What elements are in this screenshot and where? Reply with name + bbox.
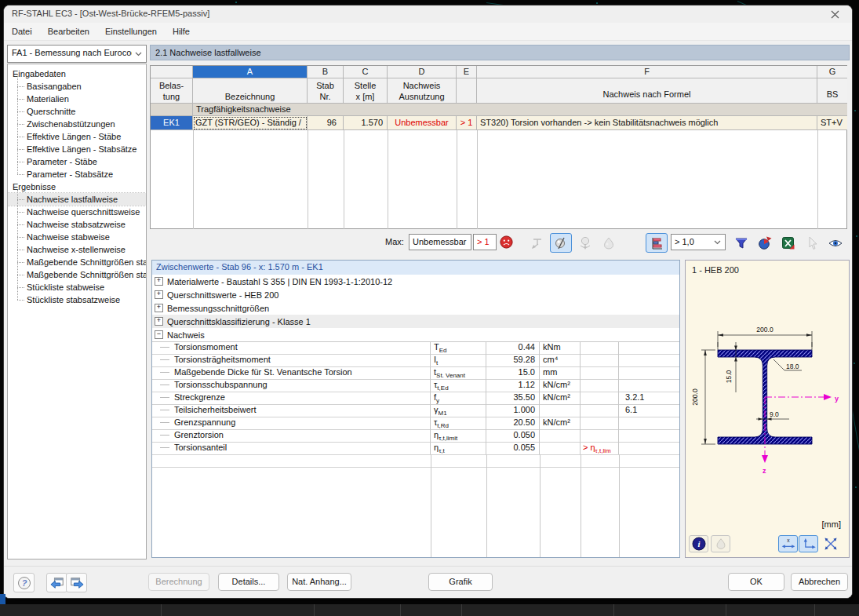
tree-item-nachweise-stabweise[interactable]: Nachweise stabweise — [8, 231, 146, 243]
menu-datei[interactable]: Datei — [4, 23, 40, 40]
row-stelle-cell[interactable]: 1.570 — [344, 116, 388, 130]
tree-item-parameter-staebe[interactable]: Parameter - Stäbe — [8, 155, 146, 168]
abbrechen-button[interactable]: Abbrechen — [791, 573, 848, 591]
menu-bearbeiten[interactable]: Bearbeiten — [40, 23, 97, 40]
value-row-streckgrenze[interactable]: Streckgrenze fy 35.50 kN/cm² 3.2.1 — [152, 392, 679, 405]
tree-item-stueckliste-stabsatzweise[interactable]: Stückliste stabsatzweise — [8, 293, 146, 306]
group-bemessungsschnittgroessen[interactable]: + Bemessungsschnittgrößen — [152, 301, 679, 315]
column-letter-g[interactable]: G — [817, 66, 847, 78]
dimensions-toggle-button[interactable]: x — [778, 535, 798, 552]
zoom-extents-button[interactable] — [821, 535, 840, 552]
cross-section-title: 1 - HEB 200 — [692, 265, 739, 275]
tree-item-querschnitte[interactable]: Querschnitte — [8, 105, 146, 118]
table-corner-cell[interactable] — [151, 66, 193, 78]
row-formel-cell[interactable]: ST320) Torsion vorhanden -> kein Stabili… — [477, 116, 817, 130]
nat-anhang-button[interactable]: Nat. Anhang... — [287, 573, 351, 591]
value-row-massgebende-dicke[interactable]: Maßgebende Dicke für St. Venantsche Tors… — [152, 366, 679, 380]
excel-export-button[interactable] — [777, 233, 799, 253]
next-module-button[interactable] — [66, 573, 87, 592]
axes-toggle-button[interactable] — [799, 535, 818, 552]
ok-button[interactable]: OK — [728, 573, 784, 591]
column-letter-f[interactable]: F — [477, 66, 817, 78]
group-querschnittswerte[interactable]: + Querschnittswerte - HEB 200 — [152, 288, 679, 302]
tree-item-nachweise-querschnittsweise[interactable]: Nachweise querschnittsweise — [8, 206, 146, 218]
backdrop-speck — [855, 487, 857, 488]
grid-line — [540, 454, 541, 557]
section-info-button[interactable]: i — [689, 535, 708, 552]
tree-item-nachweise-lastfallweise[interactable]: Nachweise lastfallweise — [8, 193, 146, 206]
grid-line — [152, 467, 679, 468]
previous-module-button[interactable] — [46, 573, 67, 592]
value-row-torsionsmoment[interactable]: Torsionsmoment TEd 0.44 kNm — [152, 341, 679, 355]
group-materialwerte[interactable]: + Materialwerte - Baustahl S 355 | DIN E… — [152, 275, 679, 289]
close-button[interactable] — [817, 5, 852, 23]
tree-item-stueckliste-stabweise[interactable]: Stückliste stabweise — [8, 281, 146, 293]
row-load-case-ek1[interactable]: EK1 — [151, 116, 193, 130]
header-belastung[interactable]: Belas- tung — [151, 78, 193, 104]
grid-line — [817, 130, 818, 229]
header-nachweis-nach-formel[interactable]: Nachweis nach Formel — [477, 78, 817, 104]
header-bezeichnung[interactable]: Bezeichnung — [193, 78, 308, 104]
result-toolbar: Max: Unbemessbar > 1 — [150, 231, 846, 255]
collapse-icon[interactable]: − — [155, 330, 163, 339]
section-droplet-button — [711, 535, 730, 552]
header-stab-nr[interactable]: Stab Nr. — [308, 78, 344, 104]
group-nachweis[interactable]: − Nachweis — [152, 328, 679, 342]
tree-item-ergebnisse[interactable]: Ergebnisse — [8, 180, 146, 193]
design-case-selector[interactable]: FA1 - Bemessung nach Eurocod — [7, 45, 147, 63]
row-stab-nr-cell[interactable]: 96 — [308, 116, 344, 130]
tree-item-basisangaben[interactable]: Basisangaben — [8, 80, 146, 93]
menu-einstellungen[interactable]: Einstellungen — [97, 23, 165, 40]
row-nachweis-cell[interactable]: Unbemessbar — [388, 116, 457, 130]
dim-height: 200.0 — [691, 388, 699, 406]
tree-item-massgebende-schnittgroessen-1[interactable]: Maßgebende Schnittgrößen sta — [8, 256, 146, 268]
result-chart-button[interactable] — [754, 233, 776, 253]
column-letter-a[interactable]: A — [193, 66, 308, 78]
help-button[interactable]: ? — [13, 573, 35, 592]
group-querschnittsklassifizierung[interactable]: + Querschnittsklassifizierung - Klasse 1 — [152, 315, 679, 329]
header-stelle[interactable]: Stelle x [m] — [344, 78, 388, 104]
expand-icon[interactable]: + — [155, 290, 163, 299]
axis-z-label: z — [763, 467, 766, 475]
column-letter-d[interactable]: D — [388, 66, 457, 78]
tree-item-eingabedaten[interactable]: Eingabedaten — [8, 67, 146, 80]
eye-icon — [828, 235, 843, 251]
column-letter-e[interactable]: E — [457, 66, 477, 78]
header-nachweis-ausnutzung[interactable]: Nachweis Ausnutzung — [388, 78, 457, 104]
value-row-torsionstraegheitsmoment[interactable]: Torsionsträgheitsmoment It 59.28 cm⁴ — [152, 354, 679, 367]
tree-item-effektive-laengen-stabsaetze[interactable]: Effektive Längen - Stabsätze — [8, 143, 146, 155]
details-button[interactable]: Details... — [218, 573, 279, 591]
grafik-button[interactable]: Grafik — [428, 573, 493, 591]
row-flag-cell[interactable]: > 1 — [457, 116, 477, 130]
grid-line — [477, 130, 478, 229]
result-diagram-button[interactable] — [646, 233, 668, 253]
expand-icon[interactable]: + — [155, 277, 163, 286]
tree-item-materialien[interactable]: Materialien — [8, 93, 146, 105]
view-mode-button[interactable] — [824, 233, 846, 253]
row-bs-cell[interactable]: ST+V — [817, 116, 847, 130]
column-letter-b[interactable]: B — [308, 66, 344, 78]
header-e-blank[interactable] — [457, 78, 477, 104]
value-row-grenztorsion[interactable]: Grenztorsion ητ,t,limit 0.050 — [152, 429, 679, 443]
value-row-teilsicherheitsbeiwert[interactable]: Teilsicherheitsbeiwert γM1 1.000 6.1 — [152, 404, 679, 417]
tree-item-zwischenabstuetzungen[interactable]: Zwischenabstützungen — [8, 118, 146, 130]
show-result-rows-button[interactable] — [550, 233, 572, 253]
tree-item-nachweise-x-stellenweise[interactable]: Nachweise x-stellenweise — [8, 243, 146, 256]
column-letter-c[interactable]: C — [344, 66, 388, 78]
grid-line — [388, 130, 388, 229]
background-table-strip — [0, 604, 859, 616]
filter-button[interactable] — [730, 233, 752, 253]
value-row-grenzspannung[interactable]: Grenzspannung τt,Rd 20.50 kN/cm² — [152, 417, 679, 430]
menu-hilfe[interactable]: Hilfe — [165, 23, 198, 40]
row-bezeichnung-cell[interactable]: GZT (STR/GEO) - Ständig / — [193, 116, 308, 130]
expand-icon[interactable]: + — [155, 317, 163, 326]
value-row-torsionsschubspannung[interactable]: Torsionsschubspannung τt,Ed 1.12 kN/cm² — [152, 379, 679, 392]
expand-icon[interactable]: + — [155, 304, 163, 312]
value-row-torsionsanteil[interactable]: Torsionsanteil ητ,t 0.055 > ητ,t,lim — [152, 442, 679, 455]
tree-item-parameter-stabsaetze[interactable]: Parameter - Stabsätze — [8, 168, 146, 180]
tree-item-nachweise-stabsatzweise[interactable]: Nachweise stabsatzweise — [8, 218, 146, 231]
tree-item-massgebende-schnittgroessen-2[interactable]: Maßgebende Schnittgrößen sta — [8, 268, 146, 281]
header-bs[interactable]: BS — [817, 78, 847, 104]
tree-item-effektive-laengen-staebe[interactable]: Effektive Längen - Stäbe — [8, 130, 146, 143]
filter-threshold-select[interactable]: > 1,0 — [671, 234, 726, 250]
